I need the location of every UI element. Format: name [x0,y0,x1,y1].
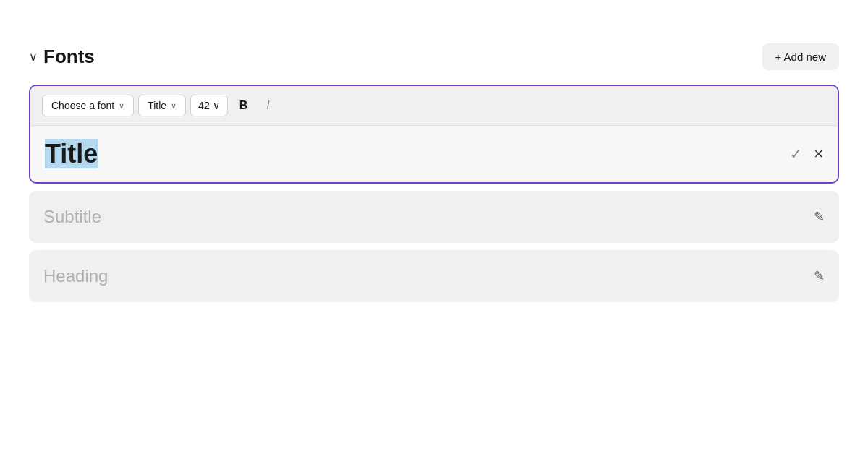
collapse-chevron-icon[interactable]: ∨ [29,50,38,64]
section-header: ∨ Fonts + Add new [29,43,839,70]
choose-font-dropdown[interactable]: Choose a font ∨ [42,95,134,116]
size-dropdown[interactable]: 42 ∨ [190,95,228,116]
font-title-text[interactable]: Title [45,139,98,169]
section-title: Fonts [43,46,95,68]
add-new-button[interactable]: + Add new [762,43,839,70]
confirm-icon[interactable]: ✓ [790,145,802,163]
page-container: ∨ Fonts + Add new Choose a font ∨ Title … [0,0,868,338]
section-title-group: ∨ Fonts [29,46,95,68]
font-title-content: Title ✓ × [30,126,838,182]
font-title-actions: ✓ × [790,145,823,163]
font-title-selected-text: Title [45,139,98,168]
italic-button[interactable]: I [259,95,276,116]
font-heading-text: Heading [43,266,108,286]
close-icon[interactable]: × [814,145,823,163]
font-toolbar: Choose a font ∨ Title ∨ 42 ∨ B I [30,86,838,126]
heading-edit-icon[interactable]: ✎ [814,268,825,284]
size-chevron-icon: ∨ [213,100,220,111]
font-subtitle-text: Subtitle [43,207,101,227]
choose-font-label: Choose a font [51,100,114,111]
font-item-title-active: Choose a font ∨ Title ∨ 42 ∨ B I Title ✓… [29,85,839,184]
style-label: Title [148,100,166,111]
font-item-heading[interactable]: Heading ✎ [29,250,839,302]
font-item-subtitle[interactable]: Subtitle ✎ [29,191,839,243]
choose-font-chevron-icon: ∨ [119,101,124,111]
bold-button[interactable]: B [232,95,255,116]
size-value: 42 [198,100,210,111]
subtitle-edit-icon[interactable]: ✎ [814,209,825,225]
style-chevron-icon: ∨ [171,101,176,111]
style-dropdown[interactable]: Title ∨ [138,95,186,116]
